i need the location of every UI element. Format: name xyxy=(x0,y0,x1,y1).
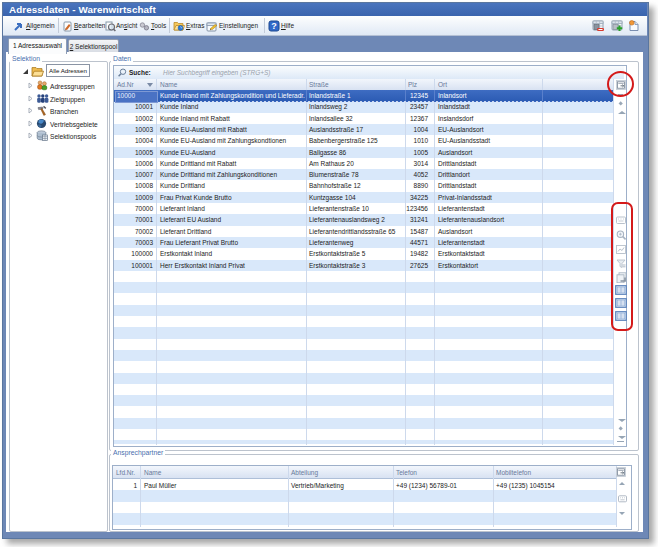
svg-text:?: ? xyxy=(271,21,277,31)
